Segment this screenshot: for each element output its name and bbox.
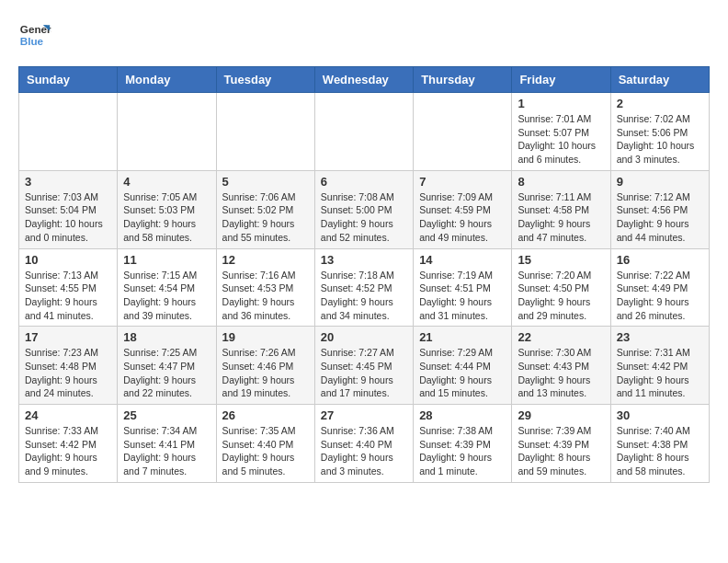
day-number: 2 [617,97,703,110]
calendar-day-cell: 6Sunrise: 7:08 AM Sunset: 5:00 PM Daylig… [314,170,413,248]
calendar-day-cell: 23Sunrise: 7:31 AM Sunset: 4:42 PM Dayli… [610,327,709,405]
calendar-day-cell: 10Sunrise: 7:13 AM Sunset: 4:55 PM Dayli… [19,248,118,327]
day-info: Sunrise: 7:29 AM Sunset: 4:44 PM Dayligh… [419,346,506,400]
day-number: 18 [123,330,210,344]
day-info: Sunrise: 7:15 AM Sunset: 4:54 PM Dayligh… [123,269,210,323]
day-info: Sunrise: 7:34 AM Sunset: 4:41 PM Dayligh… [123,424,210,478]
calendar-day-cell: 5Sunrise: 7:06 AM Sunset: 5:02 PM Daylig… [216,170,314,248]
day-number: 26 [222,408,309,422]
calendar-day-cell: 3Sunrise: 7:03 AM Sunset: 5:04 PM Daylig… [19,170,118,248]
day-info: Sunrise: 7:08 AM Sunset: 5:00 PM Dayligh… [321,190,407,245]
day-number: 14 [419,253,506,267]
calendar-day-cell: 30Sunrise: 7:40 AM Sunset: 4:38 PM Dayli… [610,405,709,483]
day-info: Sunrise: 7:18 AM Sunset: 4:52 PM Dayligh… [321,269,407,323]
day-number: 20 [321,330,407,344]
calendar-day-cell: 26Sunrise: 7:35 AM Sunset: 4:40 PM Dayli… [216,405,314,483]
calendar-day-cell: 22Sunrise: 7:30 AM Sunset: 4:43 PM Dayli… [512,327,610,405]
day-info: Sunrise: 7:12 AM Sunset: 4:56 PM Dayligh… [617,190,703,245]
calendar-body: 1Sunrise: 7:01 AM Sunset: 5:07 PM Daylig… [19,93,710,483]
weekday-header-cell: Tuesday [216,67,314,93]
day-number: 11 [123,253,210,267]
calendar-day-cell: 27Sunrise: 7:36 AM Sunset: 4:40 PM Dayli… [314,405,413,483]
day-info: Sunrise: 7:05 AM Sunset: 5:03 PM Dayligh… [123,190,210,245]
day-number: 3 [25,175,111,189]
day-info: Sunrise: 7:27 AM Sunset: 4:45 PM Dayligh… [321,346,407,400]
day-number: 6 [321,175,407,189]
day-number: 13 [321,253,407,267]
calendar-day-cell: 20Sunrise: 7:27 AM Sunset: 4:45 PM Dayli… [314,327,413,405]
calendar-day-cell: 7Sunrise: 7:09 AM Sunset: 4:59 PM Daylig… [414,170,512,248]
day-info: Sunrise: 7:33 AM Sunset: 4:42 PM Dayligh… [25,424,111,478]
day-number: 25 [123,408,210,422]
calendar-day-cell: 18Sunrise: 7:25 AM Sunset: 4:47 PM Dayli… [118,327,216,405]
day-number: 22 [518,330,604,344]
weekday-header-cell: Monday [118,67,216,93]
day-info: Sunrise: 7:31 AM Sunset: 4:42 PM Dayligh… [617,346,703,400]
calendar-day-cell: 21Sunrise: 7:29 AM Sunset: 4:44 PM Dayli… [414,327,512,405]
day-info: Sunrise: 7:13 AM Sunset: 4:55 PM Dayligh… [25,269,111,323]
calendar-day-cell [314,93,413,171]
day-info: Sunrise: 7:25 AM Sunset: 4:47 PM Dayligh… [123,346,210,400]
calendar-day-cell: 19Sunrise: 7:26 AM Sunset: 4:46 PM Dayli… [216,327,314,405]
day-number: 29 [518,408,604,422]
calendar-day-cell: 4Sunrise: 7:05 AM Sunset: 5:03 PM Daylig… [118,170,216,248]
calendar-day-cell: 17Sunrise: 7:23 AM Sunset: 4:48 PM Dayli… [19,327,118,405]
day-info: Sunrise: 7:22 AM Sunset: 4:49 PM Dayligh… [617,269,703,323]
calendar-day-cell: 29Sunrise: 7:39 AM Sunset: 4:39 PM Dayli… [512,405,610,483]
day-number: 23 [617,330,703,344]
day-info: Sunrise: 7:09 AM Sunset: 4:59 PM Dayligh… [419,190,506,245]
day-number: 7 [419,175,506,189]
day-info: Sunrise: 7:19 AM Sunset: 4:51 PM Dayligh… [419,269,506,323]
day-number: 5 [222,175,309,189]
day-info: Sunrise: 7:03 AM Sunset: 5:04 PM Dayligh… [25,190,111,245]
calendar-day-cell: 15Sunrise: 7:20 AM Sunset: 4:50 PM Dayli… [512,248,610,327]
calendar-day-cell: 11Sunrise: 7:15 AM Sunset: 4:54 PM Dayli… [118,248,216,327]
weekday-header-cell: Friday [512,67,610,93]
calendar-day-cell: 1Sunrise: 7:01 AM Sunset: 5:07 PM Daylig… [512,93,610,171]
calendar-week-row: 10Sunrise: 7:13 AM Sunset: 4:55 PM Dayli… [19,248,710,327]
day-number: 10 [25,253,111,267]
calendar-week-row: 24Sunrise: 7:33 AM Sunset: 4:42 PM Dayli… [19,405,710,483]
day-info: Sunrise: 7:30 AM Sunset: 4:43 PM Dayligh… [518,346,604,400]
day-info: Sunrise: 7:40 AM Sunset: 4:38 PM Dayligh… [617,424,703,478]
day-number: 19 [222,330,309,344]
day-info: Sunrise: 7:39 AM Sunset: 4:39 PM Dayligh… [518,424,604,478]
day-info: Sunrise: 7:35 AM Sunset: 4:40 PM Dayligh… [222,424,309,478]
calendar-day-cell: 9Sunrise: 7:12 AM Sunset: 4:56 PM Daylig… [610,170,709,248]
calendar-day-cell: 13Sunrise: 7:18 AM Sunset: 4:52 PM Dayli… [314,248,413,327]
weekday-header-cell: Saturday [610,67,709,93]
calendar-day-cell: 2Sunrise: 7:02 AM Sunset: 5:06 PM Daylig… [610,93,709,171]
day-number: 30 [617,408,703,422]
calendar-day-cell: 25Sunrise: 7:34 AM Sunset: 4:41 PM Dayli… [118,405,216,483]
weekday-header-row: SundayMondayTuesdayWednesdayThursdayFrid… [19,67,710,93]
day-number: 28 [419,408,506,422]
day-info: Sunrise: 7:36 AM Sunset: 4:40 PM Dayligh… [321,424,407,478]
calendar-week-row: 17Sunrise: 7:23 AM Sunset: 4:48 PM Dayli… [19,327,710,405]
logo: General Blue [18,18,57,52]
svg-text:Blue: Blue [20,35,44,47]
calendar-day-cell: 12Sunrise: 7:16 AM Sunset: 4:53 PM Dayli… [216,248,314,327]
day-info: Sunrise: 7:02 AM Sunset: 5:06 PM Dayligh… [617,112,703,167]
day-info: Sunrise: 7:01 AM Sunset: 5:07 PM Dayligh… [518,112,604,167]
day-number: 24 [25,408,111,422]
calendar-day-cell: 14Sunrise: 7:19 AM Sunset: 4:51 PM Dayli… [414,248,512,327]
day-info: Sunrise: 7:16 AM Sunset: 4:53 PM Dayligh… [222,269,309,323]
day-number: 12 [222,253,309,267]
day-number: 9 [617,175,703,189]
day-number: 8 [518,175,604,189]
day-number: 15 [518,253,604,267]
day-info: Sunrise: 7:11 AM Sunset: 4:58 PM Dayligh… [518,190,604,245]
day-info: Sunrise: 7:38 AM Sunset: 4:39 PM Dayligh… [419,424,506,478]
day-info: Sunrise: 7:06 AM Sunset: 5:02 PM Dayligh… [222,190,309,245]
calendar-day-cell: 16Sunrise: 7:22 AM Sunset: 4:49 PM Dayli… [610,248,709,327]
day-number: 16 [617,253,703,267]
svg-text:General: General [20,23,51,35]
day-number: 21 [419,330,506,344]
calendar-week-row: 3Sunrise: 7:03 AM Sunset: 5:04 PM Daylig… [19,170,710,248]
calendar-day-cell [118,93,216,171]
calendar-table: SundayMondayTuesdayWednesdayThursdayFrid… [18,66,710,483]
calendar-day-cell [216,93,314,171]
calendar-day-cell [414,93,512,171]
calendar-day-cell: 8Sunrise: 7:11 AM Sunset: 4:58 PM Daylig… [512,170,610,248]
calendar-week-row: 1Sunrise: 7:01 AM Sunset: 5:07 PM Daylig… [19,93,710,171]
